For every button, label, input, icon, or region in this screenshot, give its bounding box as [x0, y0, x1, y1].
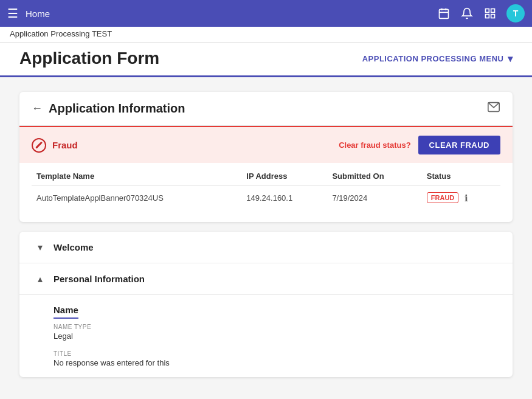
cell-template-name: AutoTemplateApplBanner070324US	[32, 186, 241, 210]
section-welcome-label: Welcome	[54, 242, 94, 252]
cell-submitted-on: 7/19/2024	[327, 186, 421, 210]
chevron-down-icon: ▾	[508, 53, 513, 64]
cell-status: FRAUD ℹ	[422, 186, 500, 210]
sub-header: Application Processing TEST	[0, 27, 532, 43]
fraud-icon	[32, 138, 46, 153]
clear-fraud-question: Clear fraud status?	[339, 141, 410, 150]
calendar-icon[interactable]	[437, 7, 451, 20]
clear-fraud-button[interactable]: CLEAR FRAUD	[418, 136, 500, 154]
name-type-field: NAME TYPE Legal	[54, 324, 498, 341]
col-template-name: Template Name	[32, 163, 241, 186]
card-header: ← Application Information	[19, 92, 513, 126]
app-processing-menu[interactable]: APPLICATION PROCESSING MENU ▾	[362, 53, 513, 64]
svg-rect-0	[440, 9, 449, 18]
grid-icon[interactable]	[483, 7, 497, 20]
title-label: TITLE	[54, 350, 498, 357]
section-welcome[interactable]: ▾ Welcome	[19, 232, 513, 263]
col-submitted-on: Submitted On	[327, 163, 421, 186]
section-personal-info[interactable]: ▴ Personal Information	[19, 263, 513, 295]
col-ip-address: IP Address	[241, 163, 327, 186]
back-arrow-icon[interactable]: ←	[32, 102, 43, 115]
title-value: No response was entered for this	[54, 358, 498, 367]
card-title: Application Information	[49, 102, 185, 116]
fraud-text: Fraud	[52, 140, 78, 150]
cell-ip-address: 149.24.160.1	[241, 186, 327, 210]
status-info-icon[interactable]: ℹ	[465, 193, 468, 203]
bell-icon[interactable]	[460, 7, 474, 20]
nav-title: Home	[26, 9, 430, 19]
title-field: TITLE No response was entered for this	[54, 350, 498, 367]
menu-link-label: APPLICATION PROCESSING MENU	[362, 54, 504, 63]
application-table-wrapper: Template Name IP Address Submitted On St…	[19, 163, 513, 222]
name-type-value: Legal	[54, 331, 498, 341]
fraud-banner: Fraud Clear fraud status? CLEAR FRAUD	[19, 126, 513, 163]
card-header-left: ← Application Information	[32, 102, 185, 116]
section-personal-info-label: Personal Information	[54, 274, 145, 284]
personal-info-content: Name NAME TYPE Legal TITLE No response w…	[19, 295, 513, 367]
hamburger-icon[interactable]: ☰	[7, 6, 18, 21]
page-title: Application Form	[19, 49, 159, 68]
chevron-down-icon: ▾	[34, 241, 46, 253]
fraud-status-badge: FRAUD	[427, 192, 459, 203]
nav-icons: T	[437, 4, 525, 23]
page-header: Application Form APPLICATION PROCESSING …	[0, 43, 532, 77]
application-info-card: ← Application Information Fraud Clear fr…	[19, 92, 513, 222]
fraud-right: Clear fraud status? CLEAR FRAUD	[339, 136, 500, 154]
main-content: ← Application Information Fraud Clear fr…	[0, 77, 532, 392]
email-icon[interactable]	[487, 100, 500, 117]
application-table: Template Name IP Address Submitted On St…	[32, 163, 500, 210]
col-status: Status	[422, 163, 500, 186]
svg-rect-5	[491, 9, 495, 13]
svg-rect-7	[491, 15, 495, 18]
table-row: AutoTemplateApplBanner070324US 149.24.16…	[32, 186, 500, 210]
chevron-up-icon: ▴	[34, 273, 46, 285]
sections-card: ▾ Welcome ▴ Personal Information Name NA…	[19, 232, 513, 377]
svg-rect-6	[486, 15, 489, 18]
name-section-title: Name	[54, 305, 78, 319]
sub-header-text: Application Processing TEST	[10, 29, 112, 38]
top-nav: ☰ Home T	[0, 0, 532, 27]
user-avatar[interactable]: T	[506, 4, 525, 23]
fraud-label-area: Fraud	[32, 138, 78, 153]
svg-rect-4	[486, 9, 489, 13]
name-type-label: NAME TYPE	[54, 324, 498, 330]
